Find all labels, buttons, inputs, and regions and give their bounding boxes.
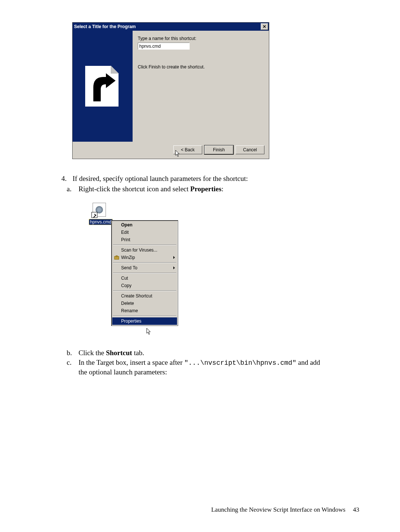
step-4-text: If desired, specify optional launch para… <box>73 174 359 183</box>
dialog-main-panel: Type a name for this shortcut: Click Fin… <box>133 31 269 142</box>
chevron-right-icon <box>173 256 175 259</box>
back-button[interactable]: < Back <box>173 145 202 154</box>
menu-item-create-shortcut[interactable]: Create Shortcut <box>112 292 177 300</box>
close-icon[interactable]: ✕ <box>261 23 268 30</box>
steps-bc: b. Click the Shortcut tab. c. In the Tar… <box>52 348 359 377</box>
step-4c-code: "...\nvscript\bin\hpnvs.cmd" <box>184 359 296 367</box>
step-4a-bold: Properties <box>190 185 221 193</box>
winzip-icon <box>114 255 120 260</box>
shortcut-name-input[interactable] <box>138 43 190 50</box>
context-menu-figure: hpnvs.cmd Open Edit Print Scan for Virus… <box>89 203 178 338</box>
step-4-number: 4. <box>52 174 73 183</box>
page-footer: Launching the Neoview Script Interface o… <box>211 506 359 514</box>
step-4a-text: Right-click the shortcut icon and select… <box>79 184 359 194</box>
menu-item-rename[interactable]: Rename <box>112 307 177 314</box>
step-4c-text: In the Target box, insert a space after … <box>79 358 359 377</box>
svg-rect-1 <box>116 256 117 257</box>
shortcut-wizard-icon <box>82 66 123 110</box>
menu-item-properties[interactable]: Properties <box>112 317 177 325</box>
context-menu: Open Edit Print Scan for Viruses... WinZ… <box>111 220 178 326</box>
wizard-dialog-figure: Select a Title for the Program ✕ <box>72 22 359 159</box>
menu-item-winzip-label: WinZip <box>121 255 135 260</box>
menu-item-winzip[interactable]: WinZip <box>112 254 177 261</box>
step-4b-bold: Shortcut <box>106 349 132 357</box>
step-4c-pre: In the Target box, insert a space after <box>79 358 184 366</box>
step-4b-text: Click the Shortcut tab. <box>79 348 359 358</box>
step-4a-post: : <box>221 185 223 193</box>
step-4: 4. If desired, specify optional launch p… <box>52 174 359 193</box>
shortcut-name-label: Type a name for this shortcut: <box>138 36 264 41</box>
dialog-body: Type a name for this shortcut: Click Fin… <box>73 31 269 142</box>
menu-separator <box>113 273 176 273</box>
wizard-side-panel <box>73 31 133 142</box>
step-4c-post2: the optional launch parameters: <box>79 368 167 376</box>
wizard-dialog: Select a Title for the Program ✕ <box>72 22 269 159</box>
step-4c-letter: c. <box>67 358 79 377</box>
menu-separator <box>113 316 176 316</box>
cancel-button[interactable]: Cancel <box>236 145 264 154</box>
menu-item-send-to-label: Send To <box>121 265 137 270</box>
mouse-cursor-icon <box>146 328 152 335</box>
desktop-shortcut-icon[interactable]: hpnvs.cmd <box>89 203 109 225</box>
step-4a-pre: Right-click the shortcut icon and select <box>79 185 190 193</box>
finish-button[interactable]: Finish <box>204 145 233 154</box>
step-4b-pre: Click the <box>79 349 106 357</box>
menu-item-delete[interactable]: Delete <box>112 300 177 307</box>
menu-item-edit[interactable]: Edit <box>112 229 177 236</box>
menu-item-print[interactable]: Print <box>112 236 177 243</box>
menu-separator <box>113 245 176 245</box>
step-4a-letter: a. <box>67 184 79 194</box>
menu-item-scan-viruses[interactable]: Scan for Viruses... <box>112 246 177 254</box>
step-4c-post1: and add <box>296 358 320 366</box>
menu-separator <box>113 262 176 263</box>
page-number: 43 <box>353 506 359 513</box>
dialog-footer: < Back Finish Cancel <box>73 142 269 159</box>
menu-separator <box>113 290 176 291</box>
shortcut-overlay-icon <box>91 212 97 218</box>
dialog-title: Select a Title for the Program <box>74 24 261 29</box>
menu-item-copy[interactable]: Copy <box>112 282 177 289</box>
chevron-right-icon <box>173 266 175 269</box>
menu-item-open[interactable]: Open <box>112 221 177 229</box>
menu-item-send-to[interactable]: Send To <box>112 264 177 272</box>
dialog-titlebar: Select a Title for the Program ✕ <box>73 23 269 31</box>
finish-instruction: Click Finish to create the shortcut. <box>138 64 264 70</box>
step-4b-letter: b. <box>67 348 79 358</box>
menu-item-cut[interactable]: Cut <box>112 275 177 282</box>
step-4b-post: tab. <box>132 349 144 357</box>
footer-section-title: Launching the Neoview Script Interface o… <box>211 506 346 513</box>
shortcut-label: hpnvs.cmd <box>89 219 113 225</box>
